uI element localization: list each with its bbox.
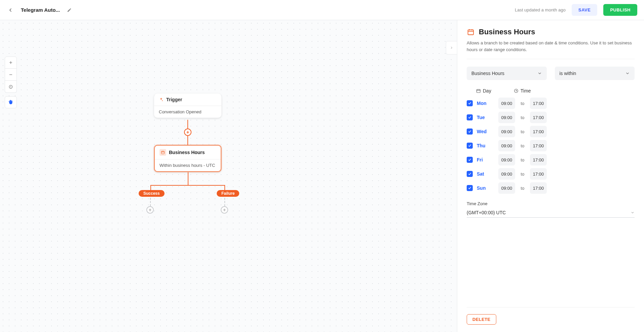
- day-checkbox[interactable]: [467, 128, 473, 135]
- day-label: Sat: [477, 171, 494, 177]
- chevron-down-icon: [537, 71, 542, 76]
- zoom-fit-button[interactable]: [5, 81, 17, 93]
- day-row: Mon to: [467, 98, 635, 109]
- type-dropdown-value: Business Hours: [471, 71, 504, 76]
- day-checkbox[interactable]: [467, 171, 473, 177]
- day-label: Mon: [477, 101, 494, 106]
- timezone-label: Time Zone: [467, 201, 635, 206]
- business-hours-node-body: Within business hours - UTC: [155, 159, 221, 171]
- start-time-input[interactable]: [498, 182, 515, 194]
- day-row: Thu to: [467, 140, 635, 151]
- day-column-header: Day: [483, 88, 491, 94]
- start-time-input[interactable]: [498, 98, 515, 109]
- svg-rect-2: [162, 151, 165, 154]
- day-label: Fri: [477, 157, 494, 162]
- start-time-input[interactable]: [498, 112, 515, 123]
- calendar-icon: [467, 28, 475, 36]
- svg-point-1: [10, 86, 11, 87]
- end-time-input[interactable]: [530, 98, 547, 109]
- day-checkbox[interactable]: [467, 185, 473, 191]
- day-checkbox[interactable]: [467, 114, 473, 120]
- failure-branch-label[interactable]: Failure: [217, 190, 239, 197]
- day-label: Tue: [477, 115, 494, 120]
- condition-dropdown[interactable]: is within: [555, 67, 635, 80]
- edge: [150, 198, 151, 206]
- collapse-panel-button[interactable]: [446, 41, 457, 54]
- properties-panel: Business Hours Allows a branch to be cre…: [457, 20, 644, 332]
- end-time-input[interactable]: [530, 154, 547, 165]
- end-time-input[interactable]: [530, 126, 547, 137]
- chevron-down-icon: [631, 211, 635, 215]
- condition-dropdown-value: is within: [560, 71, 576, 76]
- workflow-canvas[interactable]: Trigger Conversation Opened + Business H…: [0, 20, 457, 332]
- to-label: to: [519, 157, 526, 162]
- last-updated-label: Last updated a month ago: [515, 7, 566, 12]
- to-label: to: [519, 129, 526, 134]
- start-time-input[interactable]: [498, 126, 515, 137]
- calendar-icon: [159, 149, 166, 156]
- trigger-node-title: Trigger: [166, 97, 182, 102]
- spark-icon: [159, 97, 164, 102]
- day-checkbox[interactable]: [467, 157, 473, 163]
- timezone-value: (GMT+00:00) UTC: [467, 210, 506, 215]
- panel-description: Allows a branch to be created based on d…: [467, 40, 635, 59]
- business-hours-node-title: Business Hours: [169, 150, 205, 155]
- clock-icon: [514, 88, 518, 93]
- canvas-background: [0, 20, 457, 332]
- day-label: Wed: [477, 129, 494, 134]
- panel-title: Business Hours: [479, 28, 535, 36]
- success-branch-label[interactable]: Success: [139, 190, 165, 197]
- end-time-input[interactable]: [530, 182, 547, 194]
- day-label: Thu: [477, 143, 494, 148]
- day-row: Sun to: [467, 182, 635, 194]
- zoom-in-button[interactable]: [5, 57, 17, 69]
- type-dropdown[interactable]: Business Hours: [467, 67, 547, 80]
- add-step-failure-button[interactable]: +: [221, 206, 228, 214]
- svg-rect-4: [477, 89, 480, 93]
- time-column-header: Time: [521, 88, 531, 94]
- calendar-small-icon: [476, 88, 481, 93]
- to-label: to: [519, 143, 526, 148]
- day-checkbox[interactable]: [467, 143, 473, 149]
- start-time-input[interactable]: [498, 154, 515, 165]
- end-time-input[interactable]: [530, 168, 547, 180]
- publish-button[interactable]: PUBLISH: [603, 4, 637, 16]
- add-step-success-button[interactable]: +: [146, 206, 154, 214]
- end-time-input[interactable]: [530, 112, 547, 123]
- svg-rect-3: [468, 30, 474, 35]
- day-label: Sun: [477, 185, 494, 191]
- business-hours-node[interactable]: Business Hours Within business hours - U…: [154, 145, 221, 172]
- delete-button[interactable]: DELETE: [467, 314, 496, 325]
- day-row: Sat to: [467, 168, 635, 180]
- edge: [224, 198, 225, 206]
- to-label: to: [519, 172, 526, 177]
- workflow-title: Telegram Auto...: [21, 7, 60, 13]
- to-label: to: [519, 186, 526, 191]
- insert-step-button[interactable]: +: [184, 128, 191, 136]
- edit-title-icon[interactable]: [66, 7, 73, 13]
- day-row: Fri to: [467, 154, 635, 165]
- edge: [187, 136, 188, 145]
- to-label: to: [519, 115, 526, 120]
- trigger-node[interactable]: Trigger Conversation Opened: [154, 94, 221, 118]
- trigger-node-body: Conversation Opened: [154, 106, 221, 118]
- day-row: Wed to: [467, 126, 635, 137]
- end-time-input[interactable]: [530, 140, 547, 151]
- zoom-out-button[interactable]: [5, 69, 17, 81]
- start-time-input[interactable]: [498, 140, 515, 151]
- start-time-input[interactable]: [498, 168, 515, 180]
- save-button[interactable]: SAVE: [572, 4, 597, 16]
- day-row: Tue to: [467, 112, 635, 123]
- back-button[interactable]: [7, 6, 15, 14]
- pan-button[interactable]: [5, 96, 17, 108]
- topbar: Telegram Auto... Last updated a month ag…: [0, 0, 644, 20]
- timezone-dropdown[interactable]: (GMT+00:00) UTC: [467, 208, 635, 218]
- day-checkbox[interactable]: [467, 100, 473, 106]
- chevron-down-icon: [625, 71, 630, 76]
- to-label: to: [519, 101, 526, 106]
